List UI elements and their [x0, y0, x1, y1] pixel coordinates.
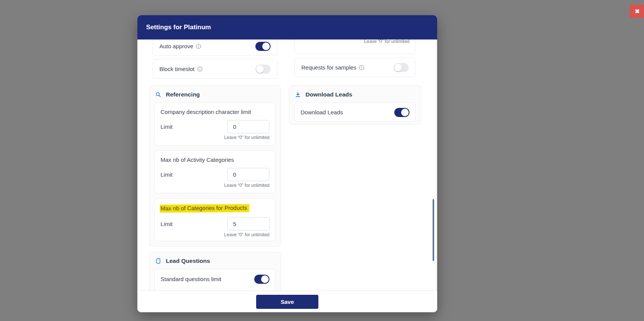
close-icon: ✖ [635, 8, 640, 14]
limit-field-label: Limit [161, 123, 173, 130]
lead-questions-header: Lead Questions [150, 252, 280, 269]
download-leads-section: Download Leads Download Leads [289, 85, 421, 125]
download-icon [295, 92, 301, 97]
standard-questions-card: Standard questions limit [154, 269, 276, 291]
referencing-title: Referencing [166, 91, 200, 98]
limit-card-title: Company description character limit [161, 109, 269, 115]
download-leads-card: Download Leads [294, 103, 416, 122]
requests-for-samples-card: Requests for samples [294, 58, 416, 77]
info-icon[interactable] [197, 66, 203, 72]
info-icon[interactable] [196, 44, 201, 49]
auto-approve-label: Auto approve [159, 43, 201, 49]
limit-card-title: Max nb of Activity Categories [161, 157, 269, 163]
block-timeslot-card: Block timeslot [153, 59, 277, 79]
block-timeslot-label: Block timeslot [159, 66, 203, 72]
limit-helper-text: Leave “0” for unlimited [161, 183, 269, 188]
limit-input[interactable] [227, 120, 269, 133]
block-timeslot-toggle[interactable] [255, 65, 271, 74]
mobile-icon [156, 258, 161, 264]
toggle-knob [256, 65, 264, 73]
referencing-section: Referencing Company description characte… [149, 85, 281, 247]
modal-header: Settings for Platinum [137, 15, 437, 40]
limit-card-title: Max nb of Categories for Products [161, 204, 269, 212]
requests-for-samples-label: Requests for samples [301, 64, 364, 71]
scrollbar-thumb[interactable] [433, 199, 434, 261]
toggle-knob [401, 109, 409, 116]
standard-questions-label: Standard questions limit [161, 276, 221, 282]
company-description-limit-card: Company description character limit Limi… [154, 103, 276, 145]
download-leads-toggle[interactable] [394, 108, 409, 117]
download-leads-title: Download Leads [305, 91, 352, 98]
limit-helper-text: Leave “0” for unlimited [161, 135, 269, 140]
toggle-knob [262, 43, 270, 50]
search-icon [156, 92, 161, 97]
info-icon[interactable] [359, 65, 364, 70]
scrollbar-track[interactable] [436, 40, 437, 291]
limit-input[interactable] [227, 217, 269, 231]
limit-helper-text: Leave “0” for unlimited [364, 40, 409, 44]
download-leads-label: Download Leads [301, 109, 343, 115]
toggle-knob [261, 275, 269, 283]
standard-questions-toggle[interactable] [254, 275, 269, 284]
activity-categories-limit-card: Max nb of Activity Categories Limit Leav… [154, 150, 276, 193]
modal-footer: Save [137, 291, 437, 312]
requests-for-samples-toggle[interactable] [394, 63, 409, 72]
auto-approve-toggle[interactable] [255, 42, 271, 51]
save-button[interactable]: Save [256, 295, 318, 309]
lead-questions-section: Lead Questions Standard questions limit [149, 252, 281, 291]
modal-title: Settings for Platinum [146, 24, 211, 31]
limit-field-label: Limit [161, 171, 173, 178]
modal-body: Auto approve Block timeslot Referencing [137, 40, 437, 291]
limit-input[interactable] [227, 168, 269, 181]
referencing-header: Referencing [150, 86, 280, 103]
download-leads-header: Download Leads [289, 86, 421, 103]
close-button[interactable]: ✖ [630, 5, 644, 18]
product-categories-limit-card: Max nb of Categories for Products Limit … [154, 198, 276, 241]
clipped-limit-card: Leave “0” for unlimited [294, 40, 416, 54]
toggle-knob [394, 64, 402, 71]
limit-helper-text: Leave “0” for unlimited [161, 232, 269, 237]
auto-approve-card: Auto approve [153, 40, 277, 56]
lead-questions-title: Lead Questions [166, 258, 210, 264]
limit-field-label: Limit [161, 221, 173, 227]
settings-modal: Settings for Platinum Auto approve Block… [137, 15, 437, 312]
